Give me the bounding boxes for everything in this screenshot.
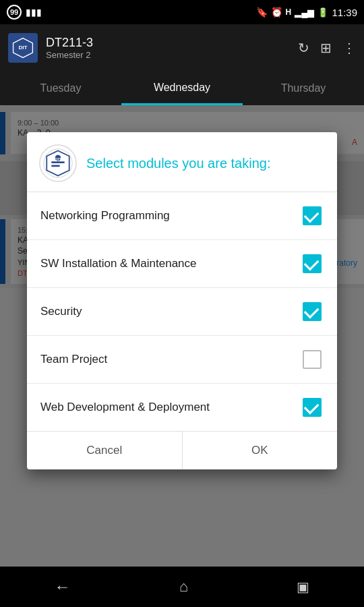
modal-footer: Cancel OK xyxy=(27,431,337,469)
svg-text:DIT: DIT xyxy=(18,45,27,51)
checkbox-checked-sw-install xyxy=(303,254,322,273)
svg-rect-3 xyxy=(51,161,64,163)
module-row-networking[interactable]: Networking Programming xyxy=(27,192,337,240)
app-header: DIT DT211-3 Semester 2 ↻ ⊞ ⋮ xyxy=(0,24,364,71)
app-logo: DIT xyxy=(8,33,38,63)
checkbox-checked-networking xyxy=(303,206,322,225)
svg-rect-4 xyxy=(51,165,59,167)
refresh-icon[interactable]: ↻ xyxy=(298,40,309,56)
network-h-icon: H xyxy=(286,7,292,17)
module-row-sw-install[interactable]: SW Installation & Maintenance xyxy=(27,240,337,288)
clock-time: 11:39 xyxy=(332,7,357,18)
modal-title: Select modules you are taking: xyxy=(86,154,271,172)
tab-thursday[interactable]: Thursday xyxy=(243,71,364,105)
tab-wednesday[interactable]: Wednesday xyxy=(121,71,243,105)
notification-icon: 99 xyxy=(7,5,22,20)
modal-overlay: DIT Select modules you are taking: Netwo… xyxy=(0,105,364,567)
module-label-team-project: Team Project xyxy=(40,353,107,366)
module-row-security[interactable]: Security xyxy=(27,288,337,336)
signal-bars-icon: ▂▄▆ xyxy=(295,7,314,18)
bars-icon: ▮▮▮ xyxy=(26,7,42,18)
tab-bar: Tuesday Wednesday Thursday xyxy=(0,71,364,105)
checkbox-checked-web-dev xyxy=(303,398,322,417)
modal-logo: DIT xyxy=(39,144,77,182)
nav-bar: ← ⌂ ▣ xyxy=(0,567,364,607)
status-left-icons: 99 ▮▮▮ xyxy=(7,5,42,20)
bookmark-icon: 🔖 xyxy=(256,7,268,18)
checkbox-team-project[interactable] xyxy=(301,348,324,371)
checkbox-checked-security xyxy=(303,302,322,321)
header-icons: ↻ ⊞ ⋮ xyxy=(298,40,356,56)
app-title: DT211-3 xyxy=(46,36,290,50)
battery-icon: 🔋 xyxy=(317,7,328,18)
module-row-web-dev[interactable]: Web Development & Deployment xyxy=(27,384,337,431)
filter-icon[interactable]: ⊞ xyxy=(320,40,332,56)
checkbox-unchecked-team-project xyxy=(303,350,322,369)
alarm-icon: ⏰ xyxy=(271,7,282,18)
background-content: 9:00 – 10:00 KA – 2–0 A 15:00 – 16:00 KA… xyxy=(0,105,364,567)
cancel-button[interactable]: Cancel xyxy=(27,432,183,469)
tab-tuesday[interactable]: Tuesday xyxy=(0,71,121,105)
module-selection-modal: DIT Select modules you are taking: Netwo… xyxy=(27,132,337,469)
ok-button[interactable]: OK xyxy=(183,432,338,469)
svg-text:DIT: DIT xyxy=(55,156,61,161)
home-button[interactable]: ⌂ xyxy=(179,578,188,596)
recents-button[interactable]: ▣ xyxy=(297,579,309,595)
module-label-web-dev: Web Development & Deployment xyxy=(40,401,210,414)
app-title-block: DT211-3 Semester 2 xyxy=(46,36,290,60)
checkbox-security[interactable] xyxy=(301,300,324,323)
modal-header: DIT Select modules you are taking: xyxy=(27,132,337,192)
more-options-icon[interactable]: ⋮ xyxy=(342,40,356,56)
checkbox-web-dev[interactable] xyxy=(301,396,324,419)
module-row-team-project[interactable]: Team Project xyxy=(27,336,337,384)
status-right-icons: 🔖 ⏰ H ▂▄▆ 🔋 11:39 xyxy=(256,7,357,18)
module-label-sw-install: SW Installation & Maintenance xyxy=(40,257,197,270)
back-button[interactable]: ← xyxy=(55,577,71,596)
checkbox-sw-install[interactable] xyxy=(301,252,324,275)
modal-body: Networking Programming SW Installation &… xyxy=(27,192,337,431)
module-label-security: Security xyxy=(40,305,82,318)
checkbox-networking[interactable] xyxy=(301,204,324,227)
app-subtitle: Semester 2 xyxy=(46,50,290,60)
module-label-networking: Networking Programming xyxy=(40,209,170,223)
status-bar: 99 ▮▮▮ 🔖 ⏰ H ▂▄▆ 🔋 11:39 xyxy=(0,0,364,24)
